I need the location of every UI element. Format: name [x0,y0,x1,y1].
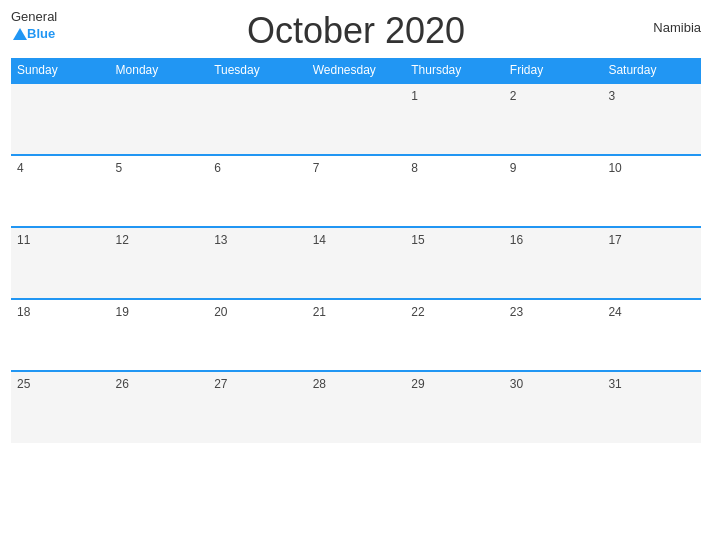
logo-blue-row: Blue [11,24,55,42]
header-friday: Friday [504,58,603,83]
calendar-header: General Blue October 2020 Namibia [11,10,701,52]
logo-blue-text: Blue [27,26,55,41]
calendar-week-row: 25262728293031 [11,371,701,443]
calendar-day [208,83,307,155]
calendar-day: 22 [405,299,504,371]
calendar-day: 13 [208,227,307,299]
day-headers-row: Sunday Monday Tuesday Wednesday Thursday… [11,58,701,83]
logo: General Blue [11,10,57,42]
month-title: October 2020 [247,10,465,52]
header-thursday: Thursday [405,58,504,83]
calendar-day: 12 [110,227,209,299]
calendar-day: 24 [602,299,701,371]
calendar-day: 21 [307,299,406,371]
calendar-day: 1 [405,83,504,155]
calendar-week-row: 123 [11,83,701,155]
calendar-day: 3 [602,83,701,155]
calendar-day: 26 [110,371,209,443]
calendar-day: 4 [11,155,110,227]
calendar-day: 15 [405,227,504,299]
calendar-day [11,83,110,155]
calendar-body: 1234567891011121314151617181920212223242… [11,83,701,443]
calendar-week-row: 18192021222324 [11,299,701,371]
calendar-table: Sunday Monday Tuesday Wednesday Thursday… [11,58,701,443]
calendar-week-row: 45678910 [11,155,701,227]
calendar: General Blue October 2020 Namibia Sunday… [11,10,701,443]
calendar-day: 30 [504,371,603,443]
calendar-day: 11 [11,227,110,299]
calendar-header-row: Sunday Monday Tuesday Wednesday Thursday… [11,58,701,83]
calendar-day: 5 [110,155,209,227]
calendar-day: 2 [504,83,603,155]
calendar-week-row: 11121314151617 [11,227,701,299]
calendar-day [307,83,406,155]
calendar-day: 14 [307,227,406,299]
calendar-day: 8 [405,155,504,227]
calendar-day: 25 [11,371,110,443]
header-tuesday: Tuesday [208,58,307,83]
calendar-day: 19 [110,299,209,371]
calendar-day: 10 [602,155,701,227]
calendar-day: 9 [504,155,603,227]
calendar-day: 28 [307,371,406,443]
calendar-day: 17 [602,227,701,299]
calendar-day: 6 [208,155,307,227]
header-monday: Monday [110,58,209,83]
calendar-day: 31 [602,371,701,443]
header-sunday: Sunday [11,58,110,83]
logo-triangle-icon [13,28,27,40]
calendar-day: 18 [11,299,110,371]
calendar-day [110,83,209,155]
calendar-day: 20 [208,299,307,371]
calendar-day: 16 [504,227,603,299]
calendar-day: 23 [504,299,603,371]
logo-general-text: General [11,10,57,24]
header-wednesday: Wednesday [307,58,406,83]
calendar-day: 29 [405,371,504,443]
header-saturday: Saturday [602,58,701,83]
country-label: Namibia [653,20,701,35]
calendar-day: 27 [208,371,307,443]
calendar-day: 7 [307,155,406,227]
